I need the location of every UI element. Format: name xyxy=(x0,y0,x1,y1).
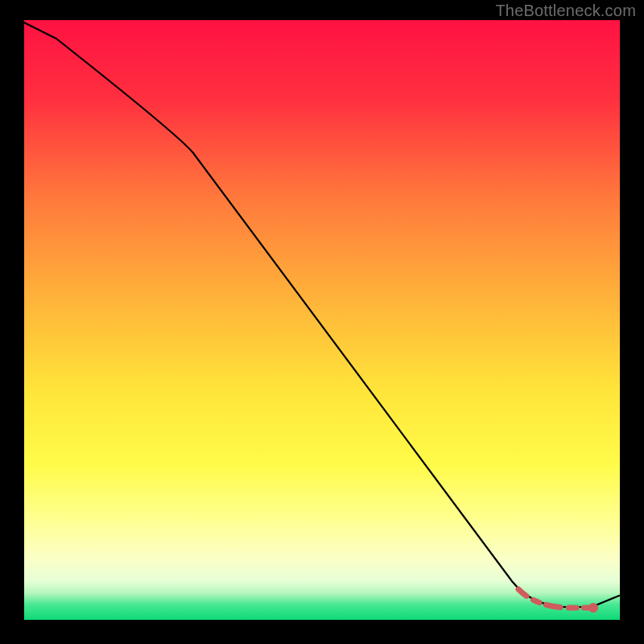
watermark-text: TheBottleneck.com xyxy=(495,2,636,20)
chart-stage: TheBottleneck.com xyxy=(0,0,644,644)
chart-plot-area xyxy=(24,20,620,620)
optimal-point-dot xyxy=(588,603,598,613)
bottleneck-chart xyxy=(0,0,644,644)
